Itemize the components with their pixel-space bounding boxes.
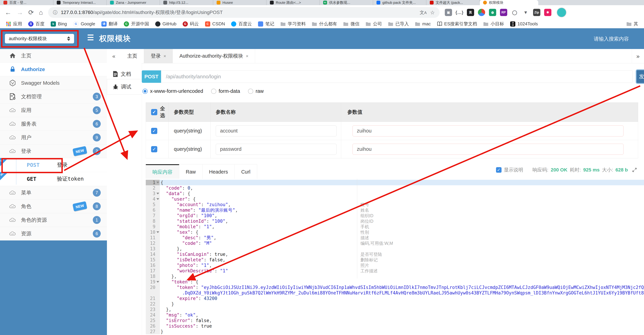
bookmark-item[interactable]: bBing — [51, 21, 67, 26]
close-tab-icon[interactable]: × — [246, 54, 248, 59]
sidebar-item[interactable]: API登录NEW2 — [0, 144, 107, 158]
bookmark-item[interactable]: 小目标 — [483, 21, 504, 27]
bookmark-item[interactable]: 应用 — [6, 21, 22, 27]
fold-arrow-icon[interactable] — [156, 193, 159, 194]
sidebar-item[interactable]: API菜单7 — [0, 186, 107, 200]
response-tab[interactable]: Raw — [179, 164, 202, 180]
collapse-tabs-button[interactable]: « — [107, 49, 121, 63]
fold-arrow-icon[interactable] — [156, 231, 159, 233]
sidebar-item[interactable]: API应用5 — [0, 104, 107, 117]
response-tab[interactable]: Curl — [235, 164, 257, 180]
sidebar-item[interactable]: API用户9 — [0, 131, 107, 144]
more-tabs-button[interactable]: » — [632, 49, 644, 63]
bookmark-item[interactable]: ES搜索引擎文档 — [437, 21, 477, 27]
fold-arrow-icon[interactable] — [156, 182, 159, 183]
param-value-input[interactable]: zuihou — [352, 144, 624, 155]
bookmark-item[interactable]: CCSDN — [205, 21, 225, 26]
row-checkbox[interactable]: ✓ — [151, 146, 157, 152]
browser-tab[interactable]: 百度 - 登... — [0, 0, 53, 5]
content-tab[interactable]: 主页 — [121, 49, 144, 63]
asterisk-ext-icon[interactable]: ✱ — [544, 9, 552, 16]
screenshot-ext-icon[interactable]: ▣ — [445, 9, 452, 16]
send-button[interactable]: 发 — [636, 69, 644, 84]
back-icon[interactable]: ← — [5, 9, 12, 16]
bookmark-item[interactable]: mac — [415, 21, 431, 26]
fold-arrow-icon[interactable] — [156, 198, 159, 200]
sidebar-endpoint-post[interactable]: NEWPOST登录 — [0, 158, 107, 172]
sidebar-item[interactable]: 文档管理3 — [0, 90, 107, 104]
bookmark-item[interactable]: C开源中国 — [124, 21, 149, 27]
forward-icon[interactable]: → — [16, 9, 23, 16]
bookmark-item[interactable]: 公司 — [366, 21, 382, 27]
bookmark-item[interactable]: 笔记 — [258, 21, 274, 27]
response-tab[interactable]: 响应内容 — [146, 164, 179, 180]
bookmark-item[interactable]: 百百度 — [28, 21, 44, 27]
sidebar-item[interactable]: Swagger Models — [0, 76, 107, 90]
chrome-colorful-ext-icon[interactable] — [478, 9, 485, 16]
bookmark-item[interactable]: G码云 — [183, 21, 199, 27]
radio-icon[interactable] — [248, 89, 253, 94]
row-checkbox[interactable]: ✓ — [151, 128, 157, 134]
browser-tab[interactable]: http://3.12... — [160, 0, 213, 5]
body-type-option[interactable]: x-www-form-urlencoded — [142, 88, 203, 94]
module-select[interactable]: authority-权限模块 — [5, 34, 74, 44]
doc-nav-item-debug[interactable]: 调试 — [107, 79, 142, 94]
browser-tab[interactable]: Husee — [213, 0, 266, 5]
content-tab[interactable]: 登录× — [144, 49, 173, 63]
reload-icon[interactable]: ⟳ — [28, 9, 34, 16]
browser-tab[interactable]: Zana - Jumpserver — [106, 0, 160, 5]
body-type-option[interactable]: raw — [248, 88, 264, 94]
json-response-editor[interactable]: 1234567891011121314151617181920212223242… — [146, 179, 644, 335]
sidebar-item[interactable]: API角色NEW8 — [0, 200, 107, 213]
sidebar-item[interactable]: 主页 — [0, 49, 107, 62]
translate-icon[interactable]: 文A — [420, 10, 426, 16]
content-tab[interactable]: Authorize-authority-权限模块× — [173, 49, 255, 63]
browser-tab[interactable]: 权限模块 — [480, 0, 538, 5]
sidebar-item[interactable]: API角色的资源1 — [0, 213, 107, 227]
gitzip-ext-icon[interactable]: Zip — [533, 9, 540, 16]
bookmark-item[interactable]: 学习资料 — [280, 21, 306, 27]
profile-avatar[interactable] — [556, 8, 566, 18]
select-all-checkbox[interactable]: ✓ — [151, 109, 157, 115]
header-search-input[interactable]: 请输入搜索内容 — [594, 36, 629, 42]
bookmark-item[interactable]: GitHub — [155, 21, 176, 26]
info-icon[interactable]: ⓘ — [53, 10, 58, 16]
bookmark-item[interactable]: 百度云 — [231, 21, 252, 27]
sidebar-item[interactable]: Authorize — [0, 62, 107, 76]
sidebar-item[interactable]: API资源6 — [0, 227, 107, 240]
address-bar[interactable]: ⓘ 127.0.0.1:8760/api/gate/doc.html#/auth… — [48, 7, 440, 18]
show-desc-checkbox[interactable]: ✓ — [496, 167, 502, 173]
browser-tab[interactable]: Temporary Interact... — [53, 0, 106, 5]
home-icon[interactable]: ⌂ — [39, 9, 43, 16]
browser-tab[interactable]: Route 路由<...> — [266, 0, 320, 5]
bookmark-overflow-folder[interactable]: 其 — [626, 21, 638, 27]
param-name-input[interactable]: account — [216, 126, 336, 136]
browser-tab[interactable]: github pack 文件夹... — [373, 0, 426, 5]
close-tab-icon[interactable]: × — [164, 54, 166, 59]
bookmark-item[interactable]: 10241024Tools — [510, 21, 538, 26]
axure-rp-ext-icon[interactable]: RP — [500, 9, 507, 16]
radio-icon[interactable] — [142, 89, 148, 94]
menu-icon[interactable]: ☰ — [87, 33, 94, 42]
bookmark-item[interactable]: 什么都有 — [312, 21, 337, 27]
sidebar-endpoint-get[interactable]: NEWGET验证token — [0, 172, 107, 186]
bookmark-item[interactable]: GGoogle — [73, 21, 95, 27]
bookmark-item[interactable]: 微信 — [343, 21, 360, 27]
param-name-input[interactable]: password — [216, 144, 336, 155]
fold-arrow-icon[interactable] — [156, 281, 159, 283]
bookmark-item[interactable]: 译翻译 — [102, 21, 118, 27]
bookmark-star-icon[interactable]: ☆ — [430, 10, 435, 16]
body-type-option[interactable]: form-data — [211, 88, 240, 94]
fullscreen-icon[interactable] — [632, 167, 637, 172]
globe-ext-icon[interactable]: ◍ — [489, 9, 496, 16]
chevron-ext-icon[interactable]: ▼ — [522, 9, 529, 16]
response-tab[interactable]: Headers — [202, 164, 235, 180]
sidebar-item[interactable]: API服务表6 — [0, 117, 107, 131]
request-url-input[interactable]: /api/authority/anno/login — [161, 70, 632, 83]
bookmark-item[interactable]: 已导入 — [388, 21, 409, 27]
json-brackets-ext-icon[interactable]: {…} — [456, 9, 463, 16]
radio-icon[interactable] — [211, 89, 216, 94]
browser-tab[interactable]: 51供水参数现... — [320, 0, 373, 5]
param-value-input[interactable]: zuihou — [352, 126, 624, 136]
en-translate-ext-icon[interactable]: 英 — [467, 9, 474, 16]
